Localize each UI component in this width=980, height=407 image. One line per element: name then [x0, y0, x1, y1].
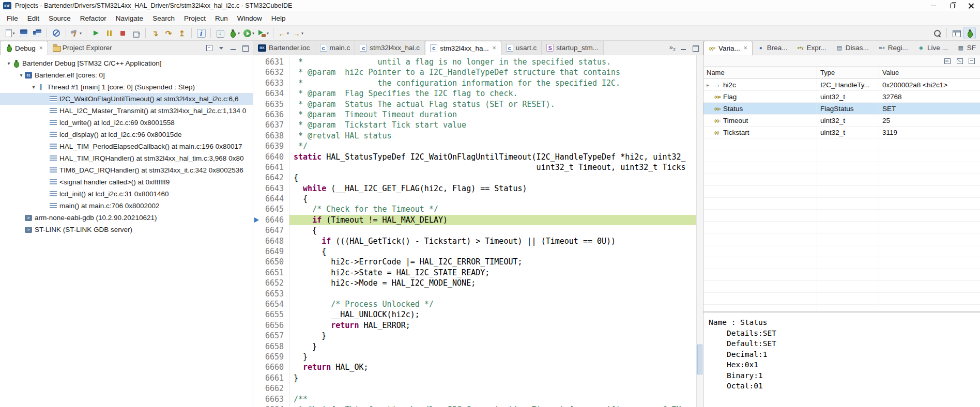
- editor-tab-startup-stm[interactable]: Sstartup_stm...: [542, 41, 604, 55]
- step-over-button[interactable]: ↷: [162, 27, 175, 39]
- show-type-names-icon[interactable]: [943, 57, 951, 65]
- line-marker-gutter[interactable]: [253, 373, 262, 383]
- code-text[interactable]: * until a flag is no longer in the speci…: [289, 57, 696, 67]
- line-number[interactable]: 6654: [262, 299, 289, 309]
- line-marker-gutter[interactable]: [253, 99, 262, 109]
- code-text[interactable]: hi2c->State = HAL_I2C_STATE_READY;: [289, 268, 696, 278]
- code-text[interactable]: hi2c->ErrorCode |= HAL_I2C_ERROR_TIMEOUT…: [289, 257, 696, 267]
- line-number[interactable]: 6639: [262, 141, 289, 151]
- debug-tree-item[interactable]: HAL_I2C_Master_Transmit() at stm32l4xx_h…: [0, 105, 253, 117]
- editor-tab-overflow[interactable]: »2: [669, 43, 676, 52]
- line-marker-gutter[interactable]: [253, 183, 262, 194]
- menu-window[interactable]: Window: [233, 13, 267, 24]
- line-marker-gutter[interactable]: [253, 141, 262, 151]
- code-text[interactable]: {: [289, 173, 696, 183]
- code-text[interactable]: }: [289, 331, 696, 341]
- line-number[interactable]: 6636: [262, 109, 289, 120]
- view-tab-expr[interactable]: x+yExpr...: [792, 41, 831, 55]
- code-text[interactable]: while (__HAL_I2C_GET_FLAG(hi2c, Flag) ==…: [289, 183, 696, 194]
- line-number[interactable]: 6650: [262, 257, 289, 267]
- view-tab-brea[interactable]: ●Brea...: [753, 41, 792, 55]
- line-number[interactable]: 6638: [262, 131, 289, 141]
- view-tab-sf[interactable]: ▦SF: [953, 41, 980, 55]
- line-marker-gutter[interactable]: [253, 289, 262, 299]
- forward-button[interactable]: →▾: [291, 27, 304, 39]
- code-text[interactable]: * @brief This function handles I2C Commu…: [289, 404, 696, 407]
- chevron-overflow-icon[interactable]: »: [669, 43, 673, 51]
- code-text[interactable]: {: [289, 225, 696, 236]
- close-tab-button[interactable]: ×: [744, 44, 747, 52]
- editor-scrollbar[interactable]: [696, 55, 703, 407]
- line-number[interactable]: 6649: [262, 246, 289, 257]
- view-tab-disas[interactable]: ▤Disas...: [831, 41, 874, 55]
- debug-button[interactable]: ▾: [227, 27, 241, 39]
- maximize-view-icon[interactable]: [692, 44, 699, 52]
- code-area[interactable]: 6631 * until a flag is no longer in the …: [253, 55, 703, 407]
- line-marker-gutter[interactable]: [253, 152, 262, 162]
- line-marker-gutter[interactable]: [253, 320, 262, 331]
- variable-row[interactable]: (x)=Flaguint32_t32768: [703, 91, 980, 103]
- line-number[interactable]: 6632: [262, 67, 289, 77]
- code-text[interactable]: * @param Flag Specifies the I2C flag to …: [289, 88, 696, 99]
- scrollbar-thumb[interactable]: [697, 345, 702, 374]
- line-marker-gutter[interactable]: [253, 404, 262, 407]
- code-text[interactable]: static HAL_StatusTypeDef I2C_WaitOnFlagU…: [289, 152, 696, 162]
- line-marker-gutter[interactable]: [253, 257, 262, 267]
- line-number[interactable]: 6634: [262, 88, 289, 99]
- line-marker-gutter[interactable]: [253, 225, 262, 236]
- line-number[interactable]: 6663: [262, 394, 289, 404]
- open-perspective-button[interactable]: [950, 27, 962, 39]
- line-marker-gutter[interactable]: [253, 88, 262, 99]
- line-marker-gutter[interactable]: [253, 120, 262, 130]
- code-text[interactable]: __HAL_UNLOCK(hi2c);: [289, 309, 696, 320]
- line-marker-gutter[interactable]: [253, 352, 262, 362]
- line-number[interactable]: 6633: [262, 78, 289, 88]
- line-marker-gutter[interactable]: [253, 78, 262, 88]
- line-number[interactable]: 6652: [262, 278, 289, 288]
- debug-tree-item[interactable]: >arm-none-eabi-gdb (10.2.90.20210621): [0, 212, 253, 224]
- tree-expand-chevron-icon[interactable]: ▾: [18, 72, 25, 78]
- debug-tree-item[interactable]: lcd_write() at lcd_i2c.c:69 0x8001558: [0, 117, 253, 129]
- close-window-button[interactable]: [961, 0, 980, 11]
- code-text[interactable]: {: [289, 246, 696, 257]
- line-number[interactable]: 6648: [262, 236, 289, 246]
- line-number[interactable]: 6643: [262, 183, 289, 194]
- restore-window-button[interactable]: [943, 0, 961, 11]
- debug-perspective-button[interactable]: [963, 27, 976, 39]
- line-number[interactable]: 6661: [262, 373, 289, 383]
- view-tab-regi[interactable]: 010Regi...: [874, 41, 913, 55]
- line-number[interactable]: 6647: [262, 225, 289, 236]
- expander-icon[interactable]: ▸: [707, 82, 712, 88]
- menu-search[interactable]: Search: [148, 13, 179, 24]
- minimize-icon[interactable]: [229, 44, 237, 52]
- code-text[interactable]: return HAL_OK;: [289, 362, 696, 372]
- maximize-icon[interactable]: [241, 44, 249, 52]
- code-text[interactable]: }: [289, 341, 696, 352]
- line-number[interactable]: 6642: [262, 173, 289, 183]
- line-marker-gutter[interactable]: [253, 309, 262, 320]
- external-tools-button[interactable]: ▾: [256, 27, 270, 39]
- line-marker-gutter[interactable]: [253, 341, 262, 352]
- debug-tree-item[interactable]: lcd_init() at lcd_i2c.c:31 0x8001460: [0, 188, 253, 200]
- code-text[interactable]: * @retval HAL status: [289, 131, 696, 141]
- variable-row[interactable]: ▸→hi2cI2C_HandleTy...0x200002a8 <hi2c1>: [703, 79, 980, 91]
- line-marker-gutter[interactable]: [253, 362, 262, 372]
- code-text[interactable]: /**: [289, 394, 696, 404]
- line-number[interactable]: 6646: [262, 215, 289, 225]
- code-text[interactable]: {: [289, 194, 696, 204]
- code-text[interactable]: uint32_t Timeout, uint32_t Ticks: [289, 162, 696, 173]
- editor-tab-stm32l4xx-hal-c[interactable]: cstm32l4xx_hal.c: [355, 41, 425, 55]
- line-marker-gutter[interactable]: [253, 57, 262, 67]
- column-header-type[interactable]: Type: [817, 67, 879, 79]
- code-text[interactable]: */: [289, 141, 696, 151]
- line-marker-gutter[interactable]: [253, 162, 262, 173]
- line-marker-gutter[interactable]: [253, 268, 262, 278]
- code-text[interactable]: * the configuration information for the …: [289, 78, 696, 88]
- view-tab-live[interactable]: ◈Live ...: [913, 41, 953, 55]
- line-number[interactable]: 6635: [262, 99, 289, 109]
- code-text[interactable]: /* Process Unlocked */: [289, 299, 696, 309]
- line-number[interactable]: 6657: [262, 331, 289, 341]
- menu-file[interactable]: File: [2, 13, 23, 24]
- terminate-button[interactable]: [116, 27, 129, 39]
- editor-tab-main-c[interactable]: cmain.c: [315, 41, 356, 55]
